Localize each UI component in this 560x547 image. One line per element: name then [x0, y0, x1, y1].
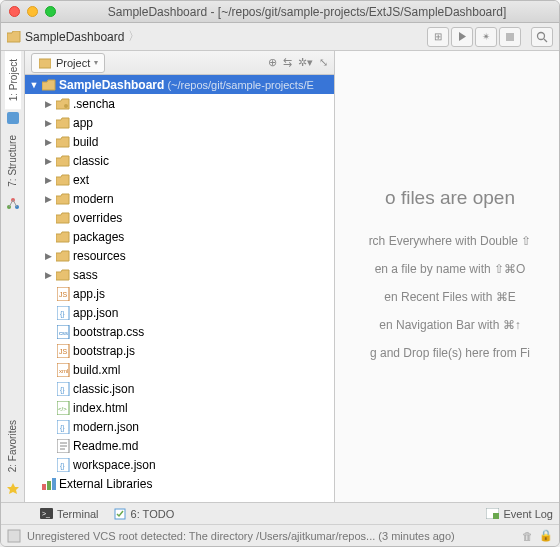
- tree-item[interactable]: {}workspace.json: [25, 455, 334, 474]
- svg-rect-41: [8, 530, 20, 542]
- svg-text:JS: JS: [59, 291, 68, 298]
- minimize-window-button[interactable]: [27, 6, 38, 17]
- make-button[interactable]: ⊞: [427, 27, 449, 47]
- sidebar-tab-project[interactable]: 1: Project: [5, 51, 21, 109]
- event-log-tab[interactable]: Event Log: [503, 508, 553, 520]
- lock-icon[interactable]: 🔒: [539, 529, 553, 542]
- tree-item[interactable]: {}app.json: [25, 303, 334, 322]
- xml-icon: xml: [56, 363, 70, 377]
- sidebar-tab-favorites[interactable]: 2: Favorites: [5, 412, 20, 480]
- html-icon: </>: [56, 401, 70, 415]
- tree-item-label: ext: [73, 173, 89, 187]
- tree-item[interactable]: ▶ext: [25, 170, 334, 189]
- tree-item-label: app.json: [73, 306, 118, 320]
- tree-item-label: build: [73, 135, 98, 149]
- hide-icon[interactable]: ⤡: [319, 56, 328, 69]
- js-icon: JS: [56, 287, 70, 301]
- folder-icon: [56, 173, 70, 187]
- json-icon: {}: [56, 382, 70, 396]
- collapse-all-icon[interactable]: ⇆: [283, 56, 292, 69]
- tree-item[interactable]: Readme.md: [25, 436, 334, 455]
- svg-text:>_: >_: [42, 510, 50, 518]
- expand-icon[interactable]: ▶: [43, 118, 53, 128]
- expand-icon[interactable]: ▶: [43, 251, 53, 261]
- project-view-selector[interactable]: Project ▾: [31, 53, 105, 73]
- expand-icon[interactable]: ▶: [43, 99, 53, 109]
- breadcrumb[interactable]: SampleDashboard 〉: [7, 28, 140, 45]
- tree-item[interactable]: JSapp.js: [25, 284, 334, 303]
- expand-icon[interactable]: ▶: [43, 137, 53, 147]
- tree-item[interactable]: {}classic.json: [25, 379, 334, 398]
- external-libraries[interactable]: External Libraries: [25, 474, 334, 493]
- terminal-tab[interactable]: >_ Terminal: [39, 507, 99, 521]
- editor-tip: g and Drop file(s) here from Fi: [370, 346, 530, 360]
- tree-item-label: modern.json: [73, 420, 139, 434]
- svg-rect-9: [39, 59, 51, 68]
- tree-item-label: classic.json: [73, 382, 134, 396]
- svg-text:JS: JS: [59, 348, 68, 355]
- svg-rect-33: [42, 484, 46, 490]
- expand-icon[interactable]: ▶: [43, 270, 53, 280]
- tree-item-label: index.html: [73, 401, 128, 415]
- traffic-lights: [9, 6, 56, 17]
- expand-icon[interactable]: ▼: [29, 80, 39, 90]
- scroll-from-source-icon[interactable]: ⊕: [268, 56, 277, 69]
- ide-window: SampleDashboard - [~/repos/git/sample-pr…: [0, 0, 560, 547]
- run-button[interactable]: [451, 27, 473, 47]
- stop-button[interactable]: [499, 27, 521, 47]
- tree-root[interactable]: ▼SampleDashboard (~/repos/git/sample-pro…: [25, 75, 334, 94]
- project-tab-icon: [6, 111, 20, 125]
- editor-tip: rch Everywhere with Double ⇧: [369, 234, 532, 248]
- search-button[interactable]: [531, 27, 553, 47]
- tree-item[interactable]: ▶modern: [25, 189, 334, 208]
- tree-item[interactable]: cssbootstrap.css: [25, 322, 334, 341]
- tree-item[interactable]: xmlbuild.xml: [25, 360, 334, 379]
- close-window-button[interactable]: [9, 6, 20, 17]
- favorites-tab-icon: [6, 482, 20, 496]
- tree-item[interactable]: overrides: [25, 208, 334, 227]
- project-tree[interactable]: ▼SampleDashboard (~/repos/git/sample-pro…: [25, 75, 334, 502]
- tree-item[interactable]: </>index.html: [25, 398, 334, 417]
- expand-icon[interactable]: ▶: [43, 194, 53, 204]
- tree-item[interactable]: ▶sass: [25, 265, 334, 284]
- no-files-heading: o files are open: [385, 187, 515, 209]
- svg-line-8: [13, 200, 17, 207]
- expand-icon[interactable]: ▶: [43, 175, 53, 185]
- svg-line-2: [544, 39, 547, 42]
- terminal-icon: >_: [39, 507, 53, 521]
- tree-item[interactable]: ▶build: [25, 132, 334, 151]
- tree-item[interactable]: ▶app: [25, 113, 334, 132]
- tree-item-label: resources: [73, 249, 126, 263]
- settings-icon[interactable]: ✲▾: [298, 56, 313, 69]
- status-message: Unregistered VCS root detected: The dire…: [27, 530, 516, 542]
- tree-item[interactable]: {}modern.json: [25, 417, 334, 436]
- svg-point-1: [538, 32, 545, 39]
- chevron-right-icon: 〉: [128, 28, 140, 45]
- expand-icon[interactable]: ▶: [43, 156, 53, 166]
- tree-item[interactable]: packages: [25, 227, 334, 246]
- trash-icon[interactable]: 🗑: [522, 530, 533, 542]
- svg-text:{}: {}: [60, 386, 65, 394]
- main-body: 1: Project 7: Structure 2: Favorites: [1, 51, 559, 502]
- tree-item-label: build.xml: [73, 363, 120, 377]
- tree-item[interactable]: ▶resources: [25, 246, 334, 265]
- tree-item[interactable]: JSbootstrap.js: [25, 341, 334, 360]
- tree-item-label: app.js: [73, 287, 105, 301]
- project-icon: [38, 56, 52, 70]
- tree-item[interactable]: ▶.sencha: [25, 94, 334, 113]
- svg-text:css: css: [59, 330, 68, 336]
- breadcrumb-root: SampleDashboard: [25, 30, 124, 44]
- status-icon: [7, 529, 21, 543]
- sidebar-tab-structure[interactable]: 7: Structure: [5, 127, 20, 195]
- tree-item-label: bootstrap.js: [73, 344, 135, 358]
- tree-item[interactable]: ▶classic: [25, 151, 334, 170]
- left-sidebar: 1: Project 7: Structure 2: Favorites: [1, 51, 25, 502]
- todo-tab[interactable]: 6: TODO: [113, 507, 175, 521]
- main-toolbar: SampleDashboard 〉 ⊞ ✴: [1, 23, 559, 51]
- json-icon: {}: [56, 306, 70, 320]
- svg-line-7: [9, 200, 13, 207]
- project-pane: Project ▾ ⊕ ⇆ ✲▾ ⤡ ▼SampleDashboard (~/r…: [25, 51, 335, 502]
- svg-text:</>: </>: [58, 406, 67, 412]
- zoom-window-button[interactable]: [45, 6, 56, 17]
- debug-button[interactable]: ✴: [475, 27, 497, 47]
